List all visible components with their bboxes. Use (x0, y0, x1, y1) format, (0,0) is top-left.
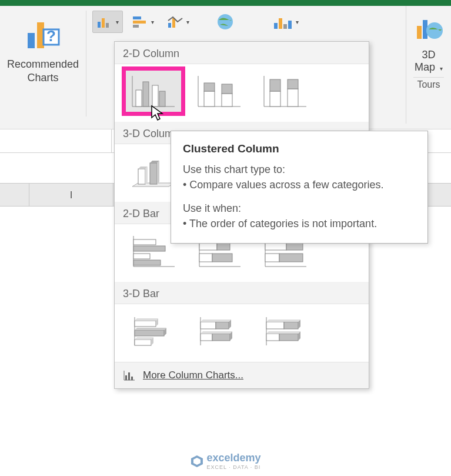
svg-rect-30 (222, 94, 232, 106)
svg-rect-62 (279, 254, 303, 262)
svg-marker-44 (157, 161, 159, 184)
3d-100pct-stacked-bar-thumb[interactable] (257, 310, 313, 352)
svg-rect-94 (128, 372, 130, 380)
svg-rect-24 (152, 85, 158, 106)
svg-rect-9 (133, 25, 139, 28)
more-column-charts-button[interactable]: More Column Charts... (115, 362, 369, 388)
svg-rect-7 (133, 16, 141, 19)
chevron-down-icon: ▾ (116, 19, 119, 25)
svg-rect-87 (266, 334, 279, 341)
insert-combo-chart-button[interactable]: ▾ (269, 11, 303, 33)
svg-rect-8 (133, 21, 146, 24)
watermark-tag: EXCEL · DATA · BI (206, 464, 260, 470)
chevron-down-icon: ▾ (186, 19, 189, 25)
chevron-down-icon: ▾ (296, 19, 299, 25)
3d-stacked-bar-thumb[interactable] (191, 310, 248, 352)
svg-rect-13 (274, 23, 278, 29)
3d-100pct-stacked-bar-icon (262, 314, 309, 349)
bar-chart-icon (132, 15, 149, 29)
svg-point-12 (218, 14, 233, 29)
tooltip-line: Use this chart type to: (183, 162, 416, 177)
svg-rect-67 (135, 330, 164, 336)
svg-rect-79 (212, 334, 230, 341)
svg-rect-31 (222, 84, 232, 94)
svg-rect-4 (98, 22, 101, 28)
insert-column-chart-button[interactable]: ▾ (92, 11, 123, 33)
section-2d-column: 2-D Column (115, 42, 369, 64)
svg-rect-6 (106, 23, 109, 28)
tooltip-line: • The order of categories is not importa… (183, 216, 416, 231)
insert-bar-chart-button[interactable]: ▾ (128, 11, 158, 33)
svg-rect-35 (270, 79, 280, 91)
insert-line-chart-button[interactable]: ▾ (163, 11, 193, 33)
svg-rect-78 (201, 334, 212, 341)
section-3d-bar: 3-D Bar (115, 282, 369, 304)
chart-gallery-launchers: ▾ ▾ ▾ (86, 6, 451, 35)
recommended-charts-icon: ? (24, 15, 62, 53)
svg-rect-0 (28, 33, 35, 48)
combo-chart-icon (273, 14, 294, 30)
chart-tooltip: Clustered Column Use this chart type to:… (171, 131, 428, 244)
svg-marker-90 (266, 331, 300, 334)
chevron-down-icon: ▾ (151, 19, 154, 25)
svg-rect-61 (265, 254, 279, 262)
tooltip-title: Clustered Column (183, 141, 416, 157)
svg-marker-86 (266, 319, 300, 322)
svg-rect-22 (136, 90, 142, 106)
svg-rect-95 (131, 377, 133, 380)
svg-rect-70 (135, 339, 151, 345)
svg-marker-41 (145, 167, 148, 184)
clustered-column-thumb[interactable] (125, 70, 182, 112)
svg-rect-47 (133, 239, 156, 245)
line-chart-icon (167, 15, 185, 29)
svg-rect-93 (125, 375, 127, 380)
chevron-down-icon: ▾ (440, 65, 443, 72)
3d-map-icon (413, 12, 444, 42)
svg-marker-77 (201, 319, 231, 322)
3d-clustered-column-icon (130, 154, 177, 189)
svg-rect-50 (133, 260, 161, 265)
recommended-charts-label: Recommended Charts (7, 58, 79, 84)
clustered-bar-icon (130, 234, 177, 269)
svg-rect-36 (288, 89, 298, 106)
svg-marker-66 (135, 318, 158, 321)
svg-marker-81 (201, 331, 232, 334)
stacked-column-icon (196, 74, 243, 109)
3d-clustered-bar-icon (130, 314, 177, 349)
tours-group-label: Tours (413, 77, 444, 90)
3d-map-sub: Map (415, 61, 435, 73)
3d-map-button[interactable]: 3D Map ▾ Tours (406, 6, 451, 124)
svg-marker-69 (135, 328, 166, 330)
watermark: exceldemy EXCEL · DATA · BI (190, 452, 260, 470)
insert-maps-button[interactable] (210, 11, 240, 33)
window-titlebar (0, 0, 451, 6)
100pct-stacked-column-thumb[interactable] (257, 70, 313, 112)
3d-stacked-bar-icon (196, 314, 243, 349)
svg-rect-25 (159, 91, 165, 106)
svg-rect-88 (279, 334, 298, 341)
3d-clustered-bar-thumb[interactable] (125, 310, 182, 352)
svg-rect-14 (279, 18, 282, 29)
col-header-i[interactable]: I (29, 184, 113, 206)
svg-marker-72 (135, 337, 153, 339)
svg-rect-64 (135, 321, 156, 327)
column-mini-icon (123, 370, 136, 381)
svg-rect-23 (143, 82, 149, 106)
globe-icon (214, 13, 236, 31)
tooltip-line: Use it when: (183, 201, 416, 216)
watermark-icon (190, 455, 203, 468)
100pct-stacked-column-icon (262, 74, 309, 109)
svg-rect-83 (266, 322, 284, 329)
clustered-column-icon (130, 74, 177, 109)
svg-rect-48 (133, 246, 165, 251)
svg-rect-42 (150, 163, 157, 184)
svg-rect-16 (288, 21, 292, 29)
svg-rect-37 (288, 79, 298, 89)
svg-rect-28 (204, 91, 215, 106)
stacked-column-thumb[interactable] (191, 70, 248, 112)
svg-rect-34 (270, 91, 280, 106)
svg-rect-49 (133, 254, 150, 259)
more-column-charts-label: More Column Charts... (143, 370, 243, 381)
recommended-charts-button[interactable]: ? Recommended Charts (0, 6, 86, 88)
svg-rect-29 (204, 83, 215, 91)
